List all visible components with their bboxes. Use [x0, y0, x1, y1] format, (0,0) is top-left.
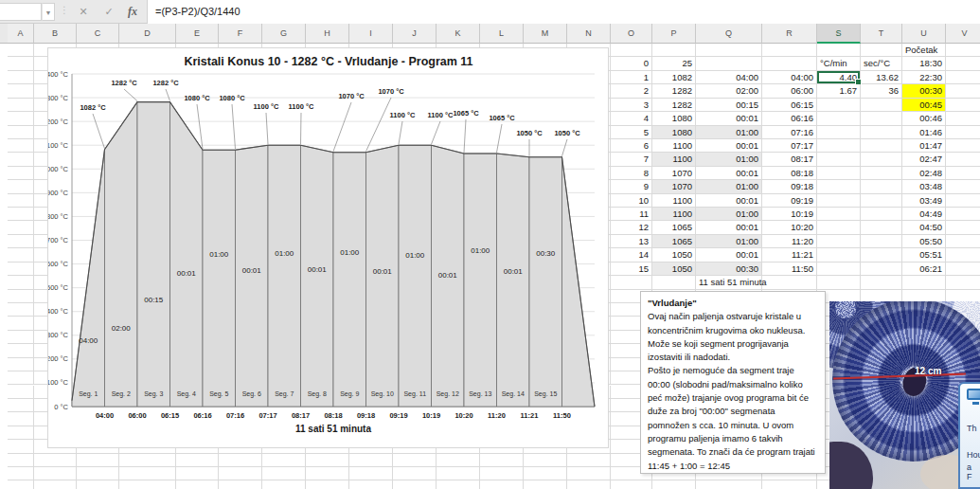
sheet-cell-F31[interactable]	[219, 467, 262, 480]
column-header-E[interactable]: E	[176, 24, 219, 44]
column-header-V[interactable]: V	[946, 24, 980, 44]
sheet-cell-V2[interactable]	[946, 71, 980, 84]
sheet-cell-F32[interactable]	[219, 480, 262, 489]
sheet-cell-T4[interactable]	[861, 99, 902, 112]
sheet-cell-R0[interactable]	[762, 44, 817, 57]
sheet-cell-H30[interactable]	[306, 454, 349, 467]
sheet-cell-Q10[interactable]: 01:00	[696, 180, 762, 193]
sheet-cell-V12[interactable]	[946, 208, 980, 221]
sheet-cell-V17[interactable]	[946, 276, 980, 289]
sheet-cell-T15[interactable]	[861, 248, 902, 262]
sheet-cell-U5[interactable]: 00:46	[902, 112, 946, 125]
sheet-cell-G30[interactable]	[262, 454, 306, 467]
sheet-cell-R7[interactable]: 07:17	[762, 139, 817, 153]
sheet-cell-R16[interactable]: 11:50	[762, 263, 817, 276]
column-header-R[interactable]: R	[762, 24, 817, 44]
sheet-cell-J30[interactable]	[393, 454, 437, 467]
sheet-cell-V13[interactable]	[946, 221, 980, 234]
column-header-O[interactable]: O	[611, 24, 652, 44]
sheet-cell-V15[interactable]	[946, 248, 980, 262]
sheet-cell-P14[interactable]: 1065	[652, 235, 696, 248]
sheet-cell-A27[interactable]	[8, 412, 34, 426]
sheet-cell-S13[interactable]	[817, 221, 861, 234]
sheet-cell-H31[interactable]	[306, 467, 349, 480]
sheet-cell-U2[interactable]: 22:30	[902, 71, 946, 84]
column-header-A[interactable]: A	[8, 24, 34, 44]
sheet-cell-B32[interactable]	[34, 480, 77, 489]
sheet-cell-O7[interactable]: 6	[611, 139, 652, 153]
sheet-cell-A31[interactable]	[8, 467, 34, 480]
sheet-cell-G32[interactable]	[262, 480, 306, 489]
sheet-cell-S11[interactable]	[817, 194, 861, 208]
sheet-cell-N30[interactable]	[567, 454, 611, 467]
sheet-cell-A29[interactable]	[8, 440, 34, 453]
sheet-cell-P7[interactable]: 1100	[652, 139, 696, 153]
sheet-cell-P17[interactable]	[652, 276, 696, 289]
sheet-cell-A21[interactable]	[8, 331, 34, 344]
sheet-cell-D30[interactable]	[119, 454, 176, 467]
sheet-cell-V7[interactable]	[946, 139, 980, 153]
sheet-cell-R3[interactable]: 06:00	[762, 84, 817, 98]
sheet-cell-A10[interactable]	[8, 180, 34, 193]
sheet-cell-O17[interactable]	[611, 276, 652, 289]
sheet-cell-T0[interactable]	[861, 44, 902, 57]
sheet-cell-R10[interactable]: 09:18	[762, 180, 817, 193]
sheet-cell-Q1[interactable]	[696, 57, 762, 70]
sheet-cell-T10[interactable]	[861, 180, 902, 193]
sheet-cell-C32[interactable]	[77, 480, 119, 489]
sheet-cell-A1[interactable]	[8, 57, 34, 70]
sheet-cell-K31[interactable]	[437, 467, 480, 480]
sheet-cell-K30[interactable]	[437, 454, 480, 467]
sheet-cell-C30[interactable]	[77, 454, 119, 467]
sheet-cell-U17[interactable]	[902, 276, 946, 289]
sheet-cell-A13[interactable]	[8, 221, 34, 234]
column-header-I[interactable]: I	[349, 24, 393, 44]
sheet-cell-P2[interactable]: 1082	[652, 71, 696, 84]
sheet-cell-A28[interactable]	[8, 426, 34, 440]
sheet-cell-O13[interactable]: 12	[611, 221, 652, 234]
sheet-cell-R8[interactable]: 08:17	[762, 153, 817, 166]
sheet-cell-I30[interactable]	[349, 454, 393, 467]
sheet-cell-Q14[interactable]: 01:00	[696, 235, 762, 248]
sheet-cell-P13[interactable]: 1065	[652, 221, 696, 234]
sheet-cell-J32[interactable]	[393, 480, 437, 489]
sheet-cell-A15[interactable]	[8, 248, 34, 262]
sheet-cell-T16[interactable]	[861, 263, 902, 276]
sheet-cell-M32[interactable]	[524, 480, 567, 489]
sheet-cell-U16[interactable]: 06:21	[902, 263, 946, 276]
sheet-cell-A4[interactable]	[8, 99, 34, 112]
sheet-cell-P5[interactable]: 1080	[652, 112, 696, 125]
sheet-cell-R14[interactable]: 11:20	[762, 235, 817, 248]
sheet-cell-B30[interactable]	[34, 454, 77, 467]
sheet-cell-S15[interactable]	[817, 248, 861, 262]
sheet-cell-T8[interactable]	[861, 153, 902, 166]
sheet-cell-T2[interactable]: 13.62	[861, 71, 902, 84]
sheet-cell-O12[interactable]: 11	[611, 208, 652, 221]
sheet-cell-I32[interactable]	[349, 480, 393, 489]
sheet-cell-P4[interactable]: 1282	[652, 99, 696, 112]
sheet-cell-D31[interactable]	[119, 467, 176, 480]
sheet-cell-A25[interactable]	[8, 386, 34, 399]
sheet-cell-V4[interactable]	[946, 99, 980, 112]
sheet-cell-Q11[interactable]: 00:01	[696, 194, 762, 208]
sheet-cell-Q4[interactable]: 00:15	[696, 99, 762, 112]
sheet-cell-S17[interactable]	[817, 276, 861, 289]
sheet-cell-U4[interactable]: 00:45	[902, 99, 946, 112]
sheet-cell-A17[interactable]	[8, 276, 34, 289]
sheet-cell-V6[interactable]	[946, 126, 980, 139]
sheet-cell-U11[interactable]: 03:49	[902, 194, 946, 208]
sheet-cell-A7[interactable]	[8, 139, 34, 153]
sheet-cell-E30[interactable]	[176, 454, 219, 467]
sheet-cell-E32[interactable]	[176, 480, 219, 489]
sheet-cell-A14[interactable]	[8, 235, 34, 248]
sheet-cell-I31[interactable]	[349, 467, 393, 480]
sheet-cell-S3[interactable]: 1.67	[817, 84, 861, 98]
sheet-cell-V9[interactable]	[946, 167, 980, 180]
sheet-cell-P6[interactable]: 1080	[652, 126, 696, 139]
sheet-cell-U13[interactable]: 04:50	[902, 221, 946, 234]
sheet-cell-S6[interactable]	[817, 126, 861, 139]
sheet-cell-Q13[interactable]: 00:01	[696, 221, 762, 234]
column-header-J[interactable]: J	[393, 24, 437, 44]
column-header-D[interactable]: D	[119, 24, 176, 44]
sheet-cell-Q9[interactable]: 00:01	[696, 167, 762, 180]
